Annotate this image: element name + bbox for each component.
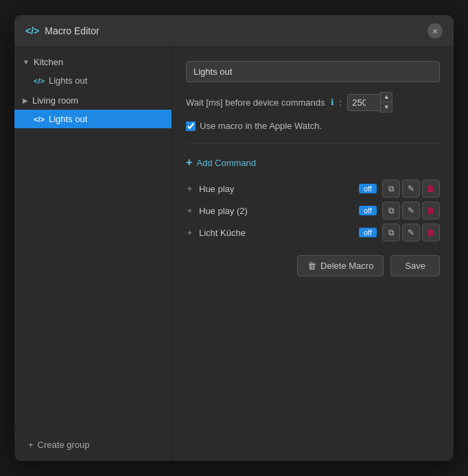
sidebar-group-kitchen: ▼ Kitchen </> Lights out bbox=[14, 53, 172, 90]
delete-macro-trash-icon: 🗑 bbox=[307, 261, 316, 271]
sidebar-item-kitchen-lights-out-label: Lights out bbox=[49, 75, 87, 86]
close-button[interactable]: × bbox=[428, 23, 443, 38]
apple-watch-checkbox[interactable] bbox=[186, 121, 196, 131]
drag-handle-0[interactable]: ✦ bbox=[186, 184, 194, 194]
add-command-label: Add Command bbox=[196, 158, 256, 168]
macro-icon: </> bbox=[25, 25, 39, 36]
create-group-label: Create group bbox=[38, 440, 90, 450]
macro-name-input[interactable] bbox=[186, 61, 440, 82]
wait-input-wrap: ▲ ▼ bbox=[347, 92, 393, 112]
sidebar-group-kitchen-header[interactable]: ▼ Kitchen bbox=[14, 53, 172, 71]
add-plus-icon: + bbox=[186, 156, 192, 169]
delete-button-2[interactable]: 🗑 bbox=[422, 224, 440, 241]
sidebar-group-living-room: ▶ Living room </> Lights out bbox=[14, 91, 172, 128]
off-badge-1: off bbox=[359, 206, 377, 215]
drag-handle-2[interactable]: ✦ bbox=[186, 228, 194, 238]
modal-header: </> Macro Editor × bbox=[14, 15, 454, 47]
command-name-2: Licht Küche bbox=[199, 228, 351, 238]
sidebar: ▼ Kitchen </> Lights out ▶ Living room bbox=[14, 47, 172, 461]
spin-down-button[interactable]: ▼ bbox=[381, 102, 392, 112]
macro-editor-modal: </> Macro Editor × ▼ Kitchen </> Lights … bbox=[14, 15, 454, 461]
edit-button-1[interactable]: ✎ bbox=[402, 202, 420, 219]
apple-watch-checkbox-wrap[interactable]: Use macro in the Apple Watch. bbox=[186, 121, 322, 131]
off-badge-2: off bbox=[359, 228, 377, 237]
modal-title: Macro Editor bbox=[45, 25, 99, 36]
info-icon[interactable]: ℹ bbox=[331, 97, 334, 107]
cmd-actions-2: ⧉ ✎ 🗑 bbox=[382, 224, 440, 241]
command-row-1: ✦ Hue play (2) off ⧉ ✎ 🗑 bbox=[186, 202, 440, 219]
sidebar-item-living-room-lights-out-label: Lights out bbox=[49, 114, 87, 124]
modal-title-group: </> Macro Editor bbox=[25, 25, 100, 36]
edit-button-0[interactable]: ✎ bbox=[402, 180, 420, 198]
add-command-button[interactable]: + Add Command bbox=[186, 154, 256, 171]
macro-icon-kitchen: </> bbox=[34, 77, 45, 85]
delete-button-0[interactable]: 🗑 bbox=[422, 180, 440, 198]
cmd-actions-1: ⧉ ✎ 🗑 bbox=[382, 202, 440, 219]
sidebar-group-kitchen-label: Kitchen bbox=[34, 57, 63, 67]
wait-row: Wait [ms] before device commands ℹ : ▲ ▼ bbox=[186, 92, 440, 112]
action-row: 🗑 Delete Macro Save bbox=[186, 255, 440, 276]
delete-macro-label: Delete Macro bbox=[320, 261, 373, 271]
commands-list: ✦ Hue play off ⧉ ✎ 🗑 ✦ Hue play (2) off bbox=[186, 180, 440, 241]
command-row-0: ✦ Hue play off ⧉ ✎ 🗑 bbox=[186, 180, 440, 198]
copy-button-2[interactable]: ⧉ bbox=[382, 224, 400, 241]
section-divider bbox=[186, 143, 440, 144]
wait-label: Wait [ms] before device commands bbox=[186, 97, 325, 108]
sidebar-group-living-room-label: Living room bbox=[32, 95, 78, 106]
save-button[interactable]: Save bbox=[390, 255, 440, 276]
sidebar-group-living-room-header[interactable]: ▶ Living room bbox=[14, 91, 172, 110]
command-row-2: ✦ Licht Küche off ⧉ ✎ 🗑 bbox=[186, 224, 440, 241]
apple-watch-label: Use macro in the Apple Watch. bbox=[200, 121, 322, 131]
cmd-actions-0: ⧉ ✎ 🗑 bbox=[382, 180, 440, 198]
create-group-button[interactable]: + Create group bbox=[23, 437, 95, 453]
copy-button-0[interactable]: ⧉ bbox=[382, 180, 400, 198]
off-badge-0: off bbox=[359, 184, 377, 193]
arrow-right-icon: ▶ bbox=[23, 97, 28, 104]
delete-macro-button[interactable]: 🗑 Delete Macro bbox=[297, 255, 384, 276]
command-name-1: Hue play (2) bbox=[199, 206, 351, 216]
arrow-down-icon: ▼ bbox=[23, 58, 30, 66]
delete-button-1[interactable]: 🗑 bbox=[422, 202, 440, 219]
create-group-plus-icon: + bbox=[28, 440, 34, 450]
modal-body: ▼ Kitchen </> Lights out ▶ Living room bbox=[14, 47, 454, 461]
command-name-0: Hue play bbox=[199, 184, 351, 194]
sidebar-content: ▼ Kitchen </> Lights out ▶ Living room bbox=[14, 47, 172, 428]
drag-handle-1[interactable]: ✦ bbox=[186, 206, 194, 216]
copy-button-1[interactable]: ⧉ bbox=[382, 202, 400, 219]
main-content: Wait [ms] before device commands ℹ : ▲ ▼… bbox=[172, 47, 454, 461]
sidebar-item-kitchen-lights-out[interactable]: </> Lights out bbox=[14, 71, 172, 90]
wait-colon: : bbox=[340, 97, 342, 108]
sidebar-footer: + Create group bbox=[14, 428, 172, 461]
apple-watch-row: Use macro in the Apple Watch. bbox=[186, 121, 440, 131]
edit-button-2[interactable]: ✎ bbox=[402, 224, 420, 241]
spinner-buttons: ▲ ▼ bbox=[380, 92, 393, 112]
macro-icon-living-room: </> bbox=[34, 115, 45, 123]
sidebar-item-living-room-lights-out[interactable]: </> Lights out bbox=[14, 110, 172, 128]
spin-up-button[interactable]: ▲ bbox=[381, 93, 392, 102]
wait-input[interactable] bbox=[347, 94, 380, 111]
